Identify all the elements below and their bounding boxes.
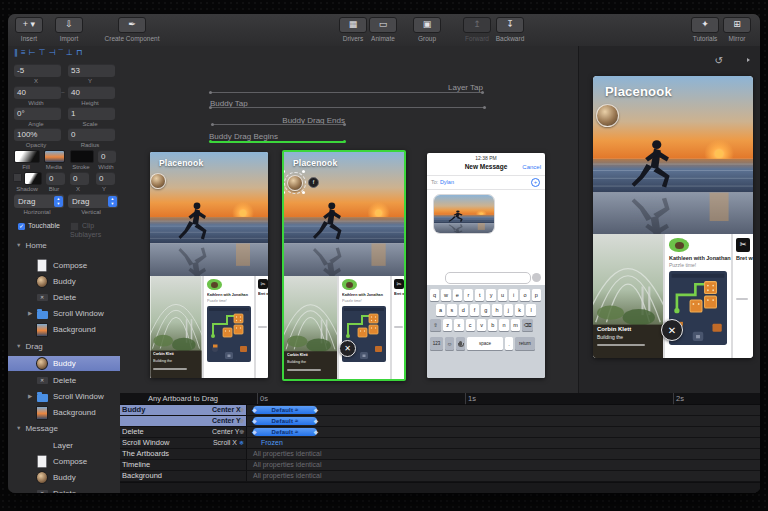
backward-button[interactable]: ↧ Backward (490, 17, 530, 42)
layer-item-delete[interactable]: ✕Delete (8, 290, 120, 305)
key[interactable]: f (470, 304, 479, 316)
y-field[interactable]: 53 (68, 64, 115, 77)
key[interactable]: r (464, 289, 473, 301)
card-kathleen[interactable]: Kathleen with Jonathan Puzzle time! (339, 276, 390, 379)
angle-field[interactable]: 0° (14, 107, 61, 120)
shadow-blur-field[interactable]: 0 (46, 172, 65, 185)
track[interactable] (246, 460, 760, 470)
key[interactable]: o (520, 289, 529, 301)
shadow-x-field[interactable]: 0 (70, 172, 89, 185)
keyframe-diamond-icon[interactable]: ◆ (313, 428, 318, 436)
keyframe-diamond-icon[interactable]: ◆ (313, 406, 318, 414)
height-field[interactable]: 40 (68, 86, 115, 99)
width-field[interactable]: 40 (14, 86, 61, 99)
opacity-field[interactable]: 100% (14, 128, 61, 141)
card-greenhouse[interactable]: Corbin Klett Building the (150, 276, 202, 378)
key[interactable]: s (447, 304, 456, 316)
keyframe-diamond-icon[interactable]: ◆ (313, 417, 318, 425)
buddy-avatar-selected[interactable] (287, 175, 303, 191)
key[interactable]: p (532, 289, 541, 301)
x-field[interactable]: -5 (14, 64, 61, 77)
timeline-row-scrollwindow-scrollx[interactable]: Scroll Window Scroll X ❄ Frozen (120, 438, 760, 449)
restart-preview-icon[interactable]: ↺ (715, 55, 723, 66)
layer-item-layer[interactable]: Layer (8, 438, 120, 453)
key[interactable]: a (436, 304, 445, 316)
artboard-placenook-2-selected[interactable]: Placenook f Corbin Klett Building the Ka… (282, 150, 406, 381)
disclosure-right-icon[interactable]: ▶ (28, 389, 36, 404)
align-icon[interactable]: ⊥ (66, 48, 73, 57)
animate-button[interactable]: ▭ Animate (364, 17, 402, 42)
key[interactable]: i (509, 289, 518, 301)
message-input[interactable] (445, 272, 531, 284)
selection-handle[interactable] (302, 170, 305, 173)
key[interactable]: v (477, 319, 486, 331)
keyframe-diamond-icon[interactable]: ◆ (252, 406, 257, 414)
key[interactable]: m (511, 319, 520, 331)
layer-item-scroll-window[interactable]: ▶Scroll Window (8, 306, 120, 321)
selection-handle[interactable] (282, 170, 285, 173)
artboard-placenook-1[interactable]: Placenook Corbin Klett Building the Kath… (150, 152, 268, 378)
track[interactable] (246, 416, 760, 426)
timeline-trigger-label[interactable]: Any Artboard to Drag (120, 394, 246, 403)
selection-handle[interactable] (302, 191, 305, 194)
key[interactable]: c (466, 319, 475, 331)
key[interactable]: e (453, 289, 462, 301)
key[interactable]: d (459, 304, 468, 316)
delete-x-button[interactable]: ✕ (661, 319, 683, 341)
timeline-row-timeline[interactable]: Timeline All properties identical (120, 460, 760, 471)
stroke-swatch[interactable] (70, 150, 94, 163)
track[interactable] (246, 405, 760, 415)
photo-message-bubble[interactable] (433, 194, 495, 234)
track[interactable] (246, 449, 760, 459)
layer-section-home[interactable]: ▼Home (8, 238, 120, 253)
key[interactable]: b (488, 319, 497, 331)
drag-vertical-dropdown[interactable]: Drag ▴▾ (68, 194, 118, 208)
layer-item-buddy[interactable]: Buddy (8, 470, 120, 485)
layer-item-background[interactable]: Background (8, 405, 120, 420)
to-field[interactable]: To: Dylan (431, 179, 454, 185)
track[interactable] (246, 438, 760, 448)
timeline-row-delete-centery[interactable]: Delete Center Y ☸ ◆Default ≈◆ (120, 427, 760, 438)
disclosure-right-icon[interactable]: ▶ (28, 306, 36, 321)
key[interactable]: l (526, 304, 535, 316)
driver-badge[interactable]: f (308, 177, 319, 188)
disclosure-down-icon[interactable]: ▼ (16, 343, 21, 349)
dictation-icon[interactable] (532, 273, 541, 282)
create-component-button[interactable]: ✒ Create Component (92, 17, 172, 42)
delete-x-button[interactable]: ✕ (339, 340, 356, 357)
import-button[interactable]: ⇩ Import (50, 17, 88, 42)
key[interactable]: k (515, 304, 524, 316)
canvas[interactable]: Layer Tap Buddy Tap Buddy Drag Ends Budd… (120, 46, 578, 393)
timeline-row-background[interactable]: Background All properties identical (120, 471, 760, 482)
preview-artboard-placenook[interactable]: Placenook Corbin Klett Building the Kath… (593, 76, 753, 358)
scale-field[interactable]: 1 (68, 107, 115, 120)
card-bret[interactable]: ✂ Bret w (733, 234, 753, 358)
card-bret[interactable]: ✂ Bret w (392, 276, 404, 379)
track[interactable] (246, 427, 760, 437)
keyframe-diamond-icon[interactable]: ◆ (252, 417, 257, 425)
space-key[interactable]: space (467, 337, 503, 350)
media-swatch[interactable] (44, 150, 65, 163)
shadow-y-field[interactable]: 0 (96, 172, 115, 185)
return-key[interactable]: return (515, 337, 535, 350)
shadow-swatch[interactable] (24, 172, 42, 185)
align-icon[interactable]: ⊤ (39, 48, 46, 57)
layer-section-message[interactable]: ▼Message (8, 421, 120, 436)
key[interactable]: n (499, 319, 508, 331)
layer-item-compose[interactable]: Compose (8, 258, 120, 273)
timeline-row-buddy-centery[interactable]: Center Y ☸ ◆Default ≈◆ (120, 416, 760, 427)
keyframe-bar[interactable]: ◆Default ≈◆ (253, 428, 317, 436)
gear-icon[interactable]: ☸ (239, 427, 244, 437)
key[interactable]: u (498, 289, 507, 301)
selection-handle[interactable] (282, 191, 285, 194)
touchable-checkbox[interactable]: ✓Touchable (18, 222, 60, 230)
card-bret[interactable]: ✂ Bret w (256, 276, 268, 378)
timeline-row-buddy-centerx[interactable]: Buddy Center X ☸ ◆Default ≈◆ (120, 405, 760, 416)
gear-icon[interactable]: ☸ (239, 405, 244, 415)
key[interactable]: x (454, 319, 463, 331)
key[interactable]: g (481, 304, 490, 316)
layer-section-drag[interactable]: ▼Drag (8, 339, 120, 354)
align-icon[interactable]: ≡ (21, 48, 26, 57)
tutorials-button[interactable]: ✦ Tutorials (686, 17, 724, 42)
clip-sublayers-checkbox[interactable]: Clip Sublayers (70, 222, 120, 238)
